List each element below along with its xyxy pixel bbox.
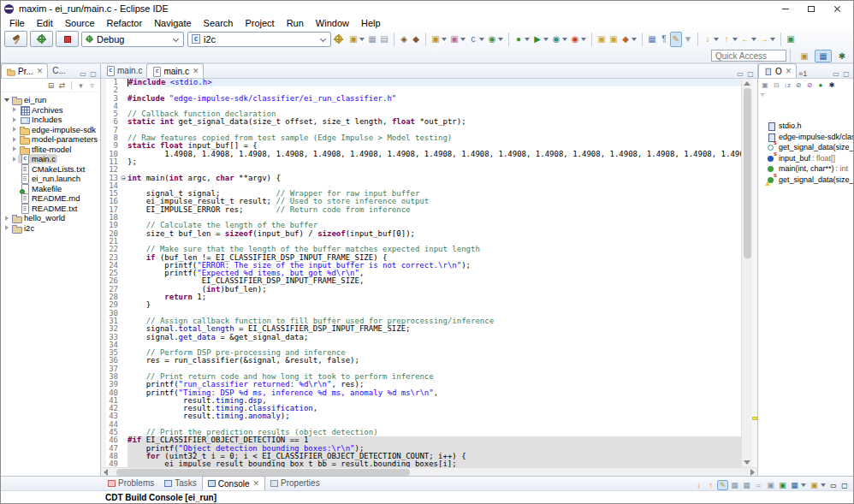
outline-item-edge-impulse-sdk-class[interactable]: edge-impulse-sdk/class (758, 132, 853, 143)
more-tabs-indicator[interactable]: »1 (798, 69, 807, 78)
tree-item-cmakelists-txt[interactable]: CMakeLists.txt (1, 164, 100, 175)
new-wizard-button-menu-caret-icon[interactable] (359, 38, 365, 41)
maximize-button[interactable] (798, 2, 824, 15)
tree-item-hello-world[interactable]: hello_world (1, 213, 100, 223)
profile-button[interactable]: ◉ (550, 33, 562, 46)
new-c-project-button-menu-caret-icon[interactable] (442, 38, 447, 41)
outline-item-main-int-char-[interactable]: main(int, char**): int (758, 163, 853, 175)
open-element-button[interactable]: ▣ (596, 33, 608, 46)
tree-item-readme-md[interactable]: README.md (1, 193, 100, 204)
close-icon[interactable]: ✕ (786, 68, 792, 75)
collapsed-arrow-icon[interactable] (11, 107, 18, 112)
debug-perspective-button[interactable]: ✱ (833, 50, 851, 62)
vertical-scroll-thumb[interactable] (744, 88, 751, 258)
build-target-button-menu-caret-icon[interactable] (498, 38, 503, 41)
hide-inactive-icon[interactable]: ✱ (827, 81, 837, 89)
collapsed-arrow-icon[interactable] (3, 216, 10, 221)
pin-editor-button[interactable]: ▣ (785, 33, 797, 46)
tab-tasks[interactable]: Tasks (159, 476, 202, 490)
run-button-menu-caret-icon[interactable] (543, 38, 549, 41)
fold-collapse-icon[interactable] (121, 175, 126, 181)
scroll-up-button[interactable]: ↑ (705, 481, 716, 489)
debug-button-menu-caret-icon[interactable] (525, 38, 530, 41)
open-perspective-button[interactable]: ▣ (796, 50, 813, 62)
open-console-button-menu-caret-icon[interactable] (801, 483, 806, 487)
editor-tab-main.c-0[interactable]: main.c (101, 63, 146, 78)
new-console-view-button-menu-caret-icon[interactable] (821, 483, 826, 487)
stop-button[interactable] (56, 31, 79, 47)
scroll-up-arrow-icon[interactable] (744, 81, 750, 86)
menu-project[interactable]: Project (239, 18, 280, 28)
minimize-button[interactable] (773, 2, 798, 15)
minimize-view-icon[interactable]: ▭ (828, 482, 839, 489)
save-button[interactable]: ▦ (366, 33, 378, 46)
new-cpp-item-button-menu-caret-icon[interactable] (460, 38, 466, 41)
search-button-menu-caret-icon[interactable] (632, 38, 637, 41)
build-target-button[interactable]: ◉ (486, 33, 498, 46)
pin-console-button[interactable]: ✎ (717, 480, 728, 490)
profile-button-menu-caret-icon[interactable] (562, 38, 567, 41)
menu-file[interactable]: File (3, 18, 31, 28)
view-menu-icon[interactable]: ▿ (86, 81, 98, 90)
editor-tab-main.c-1[interactable]: main.c✕ (146, 63, 204, 78)
quick-access-input[interactable] (711, 50, 786, 62)
run-button[interactable]: ▶ (531, 33, 543, 46)
open-resource-button[interactable]: ▣ (608, 33, 620, 46)
focus-icon[interactable]: ▾ (75, 81, 86, 90)
new-wizard-button[interactable]: ▣ (347, 33, 359, 46)
coverage-button-menu-caret-icon[interactable] (581, 38, 586, 41)
back-button-menu-caret-icon[interactable] (751, 38, 756, 41)
tab-outline[interactable]: O ✕ (758, 63, 797, 78)
launch-mode-combo[interactable]: Debug (81, 32, 184, 47)
minimize-view-icon[interactable]: ▭ (735, 70, 745, 78)
minimize-view-icon[interactable]: ▭ (831, 70, 841, 78)
menu-edit[interactable]: Edit (31, 18, 59, 28)
tree-item-main-c[interactable]: main.c (1, 154, 100, 164)
last-edit-location-button-menu-caret-icon[interactable] (732, 38, 738, 41)
code-view[interactable]: 1#include <stdio.h>23#include "edge-impu… (101, 79, 741, 467)
hide-non-public-icon[interactable]: ● (815, 81, 826, 89)
tab-properties[interactable]: Properties (265, 476, 325, 490)
close-icon[interactable]: ✕ (37, 68, 44, 75)
scroll-right-arrow-icon[interactable] (750, 469, 755, 476)
menu-help[interactable]: Help (355, 18, 387, 28)
scroll-left-arrow-icon[interactable] (104, 469, 108, 476)
collapsed-arrow-icon[interactable] (11, 117, 18, 122)
tree-item-ei-run[interactable]: ei_run (1, 95, 100, 105)
new-c-file-button-menu-caret-icon[interactable] (479, 38, 484, 41)
new-cpp-item-button[interactable]: ▣ (448, 33, 460, 46)
show-console-when-error-button[interactable]: ▦ (741, 481, 752, 489)
tree-item-model-parameters[interactable]: model-parameters (1, 134, 100, 145)
show-console-when-output-button[interactable]: ▦ (729, 481, 740, 489)
outline-item-get-signal-data-size-t-si[interactable]: get_signal_data(size_t, si (758, 142, 853, 153)
build-working-set-button[interactable]: ◈ (398, 33, 410, 46)
collapsed-arrow-icon[interactable] (3, 225, 10, 230)
tab-problems[interactable]: Problems (103, 476, 159, 490)
launch-config-combo[interactable]: c i2c (187, 32, 331, 47)
mark-occurrences-button[interactable]: ✎ (670, 32, 682, 47)
search-button[interactable]: ◆ (620, 33, 632, 46)
flash-program-button[interactable] (4, 31, 27, 47)
hide-static-members-icon[interactable]: ⊘ (804, 81, 815, 89)
close-button[interactable] (824, 2, 850, 15)
coverage-button[interactable]: ◉ (569, 33, 581, 46)
save-all-button[interactable]: ▤ (378, 33, 390, 46)
menu-source[interactable]: Source (59, 18, 101, 28)
collapse-all-icon[interactable]: ⊟ (771, 81, 781, 89)
clear-console-button[interactable]: ▣ (765, 481, 776, 489)
forward-button[interactable]: → (758, 33, 770, 46)
menu-search[interactable]: Search (198, 18, 240, 28)
link-with-editor-icon[interactable]: ⇄ (56, 81, 68, 90)
next-annotation-button[interactable]: ▼ (682, 33, 694, 46)
scroll-down-arrow-icon[interactable] (744, 460, 750, 465)
tree-item-makefile[interactable]: Makefile (1, 184, 100, 194)
toggle-block-selection-button[interactable]: ▦ (646, 33, 658, 46)
expanded-arrow-icon[interactable] (3, 98, 10, 102)
maximize-view-icon[interactable]: ▢ (839, 482, 850, 489)
collapsed-arrow-icon[interactable] (11, 137, 18, 142)
tree-item-ei-run-launch[interactable]: ei_run.launch (1, 174, 100, 184)
debug-flash-button[interactable] (30, 31, 53, 47)
tab-console[interactable]: Console✕ (202, 476, 265, 490)
collapsed-arrow-icon[interactable] (11, 157, 18, 162)
maximize-view-icon[interactable]: ▢ (841, 70, 851, 78)
